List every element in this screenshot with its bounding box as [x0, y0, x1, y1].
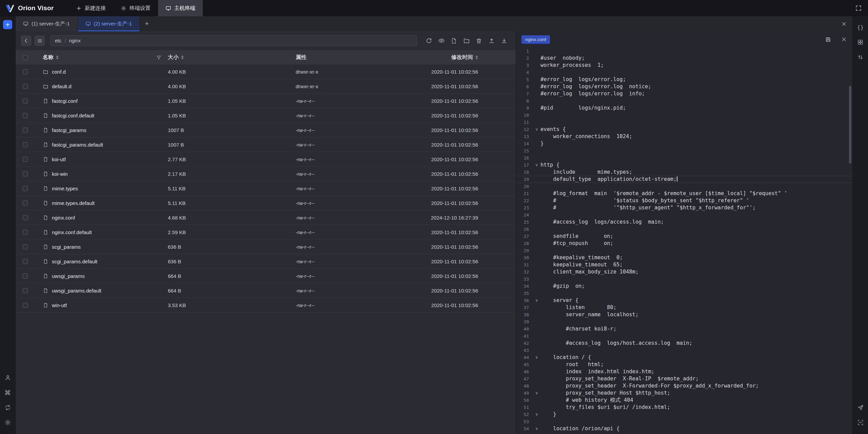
editor-line[interactable]: 18 include mime.types; — [516, 169, 852, 176]
editor-line[interactable]: 3 worker_processes 1; — [516, 62, 852, 69]
editor-line[interactable]: 1 — [516, 48, 852, 55]
new-session-button[interactable]: + — [3, 20, 12, 29]
breadcrumb-segment[interactable]: nginx — [69, 38, 81, 43]
select-all-checkbox[interactable] — [23, 55, 28, 60]
table-row[interactable]: koi-win 2.17 KB -rw-r--r-- 2020-11-01 10… — [16, 167, 516, 181]
file-name[interactable]: uwsgi_params.default — [52, 288, 101, 294]
settings-gear-icon[interactable] — [3, 417, 13, 428]
back-button[interactable] — [21, 36, 31, 46]
grid-layout-icon[interactable] — [855, 37, 866, 47]
fold-chevron-icon[interactable]: ∨ — [533, 126, 540, 133]
table-row[interactable]: win-utf 3.53 KB -rw-r--r-- 2020-11-01 10… — [16, 298, 516, 313]
editor-line[interactable]: 23 # '"$http_user_agent" "$http_x_forwar… — [516, 204, 852, 211]
command-icon[interactable]: ⌘ — [3, 388, 13, 398]
list-view-icon[interactable] — [35, 36, 45, 46]
editor-line[interactable]: 34 #gzip on; — [516, 283, 852, 290]
fold-chevron-icon[interactable]: ∨ — [533, 425, 540, 432]
editor-line[interactable]: 19 default_type application/octet-stream… — [516, 176, 852, 183]
row-checkbox[interactable] — [23, 128, 28, 133]
download-icon[interactable] — [498, 36, 510, 46]
row-checkbox[interactable] — [23, 171, 28, 176]
table-row[interactable]: fastcgi.conf.default 1.05 KB -rw-r--r-- … — [16, 108, 516, 123]
editor-line[interactable]: 13 worker_connections 1024; — [516, 133, 852, 140]
editor-line[interactable]: 2 #user nobody; — [516, 55, 852, 62]
editor-line[interactable]: 10 — [516, 112, 852, 119]
breadcrumb[interactable]: etc / nginx — [50, 35, 417, 46]
column-header-mtime[interactable]: 修改时间 — [451, 54, 478, 61]
editor-line[interactable]: 45 root html; — [516, 361, 852, 368]
table-row[interactable]: mime.types.default 5.11 KB -rw-r--r-- 20… — [16, 196, 516, 210]
column-header-name[interactable]: 名称 — [43, 54, 59, 61]
filter-icon[interactable] — [156, 55, 162, 60]
menu-item-new-connection[interactable]: 新建连接 — [68, 0, 113, 16]
menu-item-host-terminal[interactable]: 主机终端 — [158, 0, 203, 16]
editor-line[interactable]: 44 ∨ location / { — [516, 354, 852, 361]
editor-line[interactable]: 37 listen 80; — [516, 304, 852, 311]
editor-line[interactable]: 17 ∨ http { — [516, 162, 852, 169]
editor-line[interactable]: 54 ∨ location /orion/api { — [516, 425, 852, 432]
editor-line[interactable]: 38 server_name localhost; — [516, 311, 852, 318]
file-name[interactable]: fastcgi.conf — [52, 98, 78, 104]
editor-line[interactable]: 16 — [516, 154, 852, 162]
file-name[interactable]: nginx.conf.default — [52, 229, 92, 235]
tab-server-2[interactable]: (2) server-生产-1 — [78, 16, 140, 31]
row-checkbox[interactable] — [23, 215, 28, 220]
editor-line[interactable]: 4 — [516, 69, 852, 76]
row-checkbox[interactable] — [23, 201, 28, 206]
sort-mtime-icon[interactable] — [475, 55, 478, 60]
add-tab-button[interactable]: + — [140, 16, 154, 31]
editor-line[interactable]: 7 #error_log logs/error.log info; — [516, 90, 852, 97]
file-name[interactable]: default.d — [52, 83, 72, 89]
fold-chevron-icon[interactable]: ∨ — [533, 390, 540, 397]
table-row[interactable]: fastcgi_params 1007 B -rw-r--r-- 2020-11… — [16, 123, 516, 137]
editor-line[interactable]: 48 proxy_set_header X-Forwarded-For $pro… — [516, 382, 852, 390]
editor-scrollbar[interactable] — [849, 86, 851, 164]
editor-line[interactable]: 43 — [516, 347, 852, 354]
fold-chevron-icon[interactable]: ∨ — [533, 297, 540, 304]
editor-line[interactable]: 41 — [516, 333, 852, 340]
editor-line[interactable]: 22 # '$status $body_bytes_sent "$http_re… — [516, 197, 852, 204]
editor-line[interactable]: 50 # web history 模式 404 — [516, 397, 852, 404]
fold-chevron-icon[interactable]: ∨ — [533, 411, 540, 418]
row-checkbox[interactable] — [23, 288, 28, 293]
editor-line[interactable]: 20 — [516, 183, 852, 190]
column-header-size[interactable]: 大小 — [168, 54, 184, 61]
editor-line[interactable]: 25 #access_log logs/access.log main; — [516, 219, 852, 226]
file-name[interactable]: mime.types.default — [52, 200, 95, 206]
close-editor-icon[interactable] — [841, 36, 847, 43]
editor-line[interactable]: 11 — [516, 119, 852, 126]
editor-line[interactable]: 42 #access_log logs/host.access.log main… — [516, 340, 852, 347]
delete-icon[interactable] — [473, 36, 485, 46]
editor-line[interactable]: 52 ∨ } — [516, 411, 852, 418]
row-checkbox[interactable] — [23, 84, 28, 89]
file-name[interactable]: win-utf — [52, 302, 67, 308]
new-folder-icon[interactable] — [460, 36, 473, 46]
table-row[interactable]: fastcgi.conf 1.05 KB -rw-r--r-- 2020-11-… — [16, 94, 516, 108]
editor-line[interactable]: 35 — [516, 290, 852, 297]
table-row[interactable]: fastcgi_params.default 1007 B -rw-r--r--… — [16, 137, 516, 152]
file-name[interactable]: conf.d — [52, 69, 66, 75]
breadcrumb-segment[interactable]: etc — [55, 38, 61, 43]
table-row[interactable]: default.d 4.00 KB drwxr-xr-x 2020-11-01 … — [16, 79, 516, 94]
editor-line[interactable]: 40 #charset koi8-r; — [516, 325, 852, 333]
row-checkbox[interactable] — [23, 157, 28, 162]
row-checkbox[interactable] — [23, 186, 28, 191]
editor-line[interactable]: 33 — [516, 276, 852, 283]
row-checkbox[interactable] — [23, 273, 28, 279]
file-name[interactable]: fastcgi_params — [52, 127, 86, 133]
editor-line[interactable]: 27 sendfile on; — [516, 233, 852, 240]
row-checkbox[interactable] — [23, 69, 28, 74]
editor-line[interactable]: 21 #log_format main '$remote_addr - $rem… — [516, 190, 852, 197]
editor-line[interactable]: 39 — [516, 318, 852, 325]
refresh-icon[interactable] — [422, 36, 435, 46]
row-checkbox[interactable] — [23, 142, 28, 147]
editor-line[interactable]: 14 } — [516, 140, 852, 147]
file-name[interactable]: koi-win — [52, 171, 68, 177]
close-panel-icon[interactable] — [841, 21, 847, 27]
table-row[interactable]: mime.types 5.11 KB -rw-r--r-- 2020-11-01… — [16, 181, 516, 196]
editor-line[interactable]: 9 #pid logs/nginx.pid; — [516, 105, 852, 112]
file-name[interactable]: nginx.conf — [52, 215, 75, 221]
editor-line[interactable]: 6 #error_log logs/error.log notice; — [516, 83, 852, 90]
row-checkbox[interactable] — [23, 303, 28, 308]
table-row[interactable]: uwsgi_params.default 664 B -rw-r--r-- 20… — [16, 283, 516, 298]
